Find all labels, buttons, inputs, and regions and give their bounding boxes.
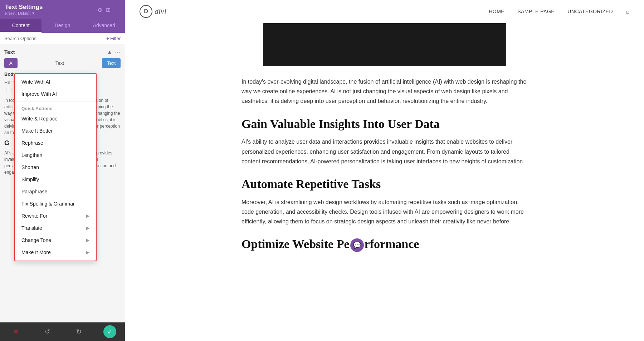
close-icon: ✕ [13,328,19,336]
nav-home[interactable]: HOME [489,9,504,14]
hero-image [263,23,506,66]
article-intro: In today's ever-evolving digital landsca… [241,77,528,106]
rewrite-for-arrow: ▶ [86,213,89,218]
make-it-more-arrow: ▶ [86,250,89,255]
dropdown-simplify[interactable]: Simplify [15,173,96,186]
nav-uncategorized[interactable]: UNCATEGORIZED [567,9,613,14]
panel-icon-target[interactable]: ⊕ [98,6,102,13]
translate-arrow: ▶ [86,226,89,231]
dropdown-lengthen[interactable]: Lengthen [15,149,96,161]
ai-dropdown-menu: Write With AI Improve With AI Quick Acti… [14,73,97,261]
dropdown-write-with-ai[interactable]: Write With AI [15,76,96,88]
text-label: Text [20,60,99,66]
confirm-button[interactable]: ✓ [103,325,116,338]
panel-title: Text Settings [5,4,43,11]
dropdown-paraphrase[interactable]: Paraphrase [15,186,96,198]
ai-chat-bubble[interactable]: 💬 [350,238,364,252]
format-btn-text[interactable]: Text [102,58,121,68]
panel-header: Text Settings Preset: Default ▾ ⊕ ⊞ ⋯ [0,0,125,19]
section1-heading: Gain Valuable Insights Into User Data [241,117,528,132]
left-panel: Text Settings Preset: Default ▾ ⊕ ⊞ ⋯ Co… [0,0,125,341]
tab-content[interactable]: Content [0,19,42,33]
panel-header-icons: ⊕ ⊞ ⋯ [98,6,120,13]
section2-body: Moreover, AI is streamlining web design … [241,197,528,227]
panel-bottom-bar: ✕ ↺ ↻ ✓ [0,322,125,341]
top-nav: D divi HOME SAMPLE PAGE UNCATEGORIZED ⌕ [125,0,644,23]
panel-body: Text ▲ ⋯ A Text Text Body He ≡ " ⋮⋮ ↪ In… [0,44,125,322]
panel-search-row: + Filter [0,33,125,44]
panel-preset[interactable]: Preset: Default ▾ [5,11,43,16]
tab-design[interactable]: Design [42,19,83,33]
tab-advanced[interactable]: Advanced [83,19,125,33]
dropdown-make-better[interactable]: Make It Better [15,125,96,137]
nav-links: HOME SAMPLE PAGE UNCATEGORIZED ⌕ [489,8,630,15]
logo-circle: D [140,5,152,18]
dropdown-fix-spelling[interactable]: Fix Spelling & Grammar [15,198,96,210]
section-dots-icon[interactable]: ⋯ [115,49,121,55]
text-section-title: Text [4,49,15,55]
dropdown-write-replace[interactable]: Write & Replace [15,113,96,125]
logo-text: divi [155,7,166,16]
format-buttons-row: A Text Text [4,58,121,68]
format-btn-a[interactable]: A [4,58,18,68]
nav-sample-page[interactable]: SAMPLE PAGE [517,9,555,14]
dropdown-make-it-more[interactable]: Make It More ▶ [15,246,96,258]
dropdown-translate[interactable]: Translate ▶ [15,222,96,234]
change-tone-arrow: ▶ [86,238,89,243]
section3-heading: Optimize Website Pe💬rformance [241,237,528,252]
section2-heading: Automate Repetitive Tasks [241,177,528,192]
section-chevron-icon[interactable]: ▲ [107,49,112,55]
dropdown-improve-with-ai[interactable]: Improve With AI [15,88,96,100]
right-content: D divi HOME SAMPLE PAGE UNCATEGORIZED ⌕ … [125,0,644,341]
article-body: In today's ever-evolving digital landsca… [241,77,528,252]
page-content: In today's ever-evolving digital landsca… [125,23,644,341]
dropdown-shorten[interactable]: Shorten [15,161,96,173]
panel-icon-dots[interactable]: ⋯ [114,6,120,13]
search-input[interactable] [4,36,104,41]
undo-icon: ↺ [45,328,50,336]
text-row-dots: ⋮⋮ [4,88,14,94]
close-button[interactable]: ✕ [9,325,23,339]
heading-text-he: He [4,80,10,85]
text-section-header: Text ▲ ⋯ [4,49,121,55]
dropdown-change-tone[interactable]: Change Tone ▶ [15,234,96,246]
nav-logo: D divi [140,5,166,18]
nav-search-icon[interactable]: ⌕ [626,8,630,15]
dropdown-section-label: Quick Actions [15,103,96,113]
dropdown-rewrite-for[interactable]: Rewrite For ▶ [15,210,96,222]
check-icon: ✓ [107,328,112,335]
filter-button[interactable]: + Filter [106,36,121,41]
redo-icon: ↻ [76,328,82,336]
dropdown-rephrase[interactable]: Rephrase [15,137,96,149]
panel-tabs: Content Design Advanced [0,19,125,33]
panel-title-group: Text Settings Preset: Default ▾ [5,4,43,16]
panel-icon-grid[interactable]: ⊞ [106,6,111,13]
undo-button[interactable]: ↺ [40,325,54,339]
section1-body: AI's ability to analyze user data and in… [241,137,528,166]
redo-button[interactable]: ↻ [72,325,86,339]
dropdown-divider [15,102,96,102]
